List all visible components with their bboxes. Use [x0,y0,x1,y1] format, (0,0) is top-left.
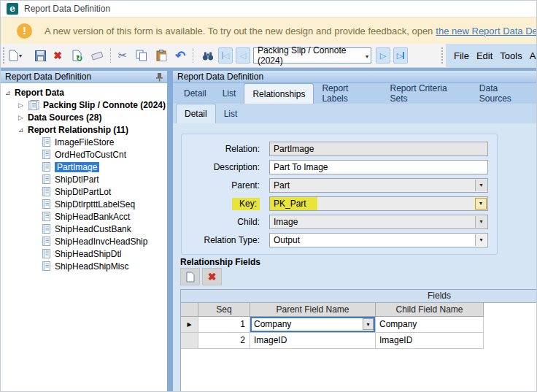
add-field-button[interactable] [180,268,200,285]
menu-tools[interactable]: Tools [496,50,525,61]
tree-node-label: ImageFileStore [55,137,114,147]
panel-splitter[interactable] [167,71,173,392]
seq-cell[interactable]: 2 [198,333,250,349]
collapsed-icon[interactable]: ▷ [18,114,28,121]
tree-node-label: ShipHeadBankAcct [55,212,130,222]
expanded-icon[interactable]: ⊿ [5,89,15,96]
child-dropdown-icon[interactable]: ▾ [475,216,487,228]
tree-node-report-data[interactable]: ⊿ Report Data [1,86,167,99]
save-button[interactable] [31,47,49,64]
paste-icon [156,50,167,61]
child-combo[interactable]: Image ▾ [269,215,488,229]
tree-node-relationship[interactable]: ShipHeadShipMisc [1,260,167,272]
current-row-indicator-icon: ▶ [181,317,198,333]
menu-bar: File Edit Tools Actions [446,44,537,67]
seq-column-header[interactable]: Seq [198,303,250,317]
relationship-icon [42,261,51,271]
child-field-cell[interactable]: ImageID [376,333,484,349]
seq-cell[interactable]: 1 [198,317,250,333]
delete-button[interactable]: ✖ [49,47,66,64]
menu-file[interactable]: File [450,50,473,61]
key-dropdown-icon[interactable]: ▾ [475,198,487,210]
row-indicator-header [181,303,198,317]
sub-tab-strip: Detail List [173,104,537,123]
parent-field-cell[interactable]: ImageID [250,333,376,349]
delete-field-button[interactable]: ✖ [202,268,222,285]
cell-dropdown-icon[interactable]: ▾ [363,318,374,330]
tree-node-relationship-selected[interactable]: PartImage [1,161,167,173]
first-record-button[interactable]: ◁ [218,47,233,64]
tree-node-relationship[interactable]: ImageFileStore [1,136,167,148]
row-indicator-cell [181,333,198,349]
previous-record-button[interactable]: ◁ [236,47,250,64]
cut-button[interactable]: ✂ [114,47,131,64]
menu-edit[interactable]: Edit [473,50,496,61]
new-form-link[interactable]: the new Report Data Definition [436,26,537,36]
relation-type-combo[interactable]: Output ▾ [269,233,488,247]
parent-field-value: Company [254,319,291,329]
relationship-icon [42,162,51,172]
key-combo[interactable]: PK_Part ▾ [269,196,488,211]
copy-button[interactable] [133,47,150,64]
search-button[interactable] [199,47,217,64]
tree-node-data-sources[interactable]: ▷ Data Sources (28) [1,111,167,123]
record-selector-caret-icon[interactable]: ▾ [366,53,368,60]
child-field-column-header[interactable]: Child Field Name [376,303,484,317]
paste-button[interactable] [152,47,170,64]
tree-node-relationship[interactable]: ShipDtlPartLot [1,185,167,198]
tree-node-report-relationship[interactable]: ⊿ Report Relationship (11) [1,123,167,136]
menubar-gripper[interactable] [441,47,444,64]
relationship-fields-title: Relationship Fields [180,257,260,267]
expanded-icon[interactable]: ⊿ [18,126,28,134]
tab-label: Report Labels [322,83,374,104]
grid-group-header: Fields [181,290,537,303]
tree-node-relationship[interactable]: ShipHeadShipDtl [1,247,167,260]
menu-actions[interactable]: Actions [526,50,537,61]
parent-dropdown-icon[interactable]: ▾ [475,180,487,191]
pin-icon[interactable] [155,72,163,82]
refresh-button[interactable]: ↻ [68,47,85,64]
last-record-bar-icon [403,52,404,59]
tab-data-sources[interactable]: Data Sources [471,83,537,104]
tab-relationships[interactable]: Relationships [244,83,314,104]
last-record-button[interactable]: ▷ [393,47,408,64]
child-field-cell[interactable]: Company [376,317,484,333]
new-button[interactable]: ▾ [7,47,24,64]
tree-node-relationship[interactable]: OrdHedToCustCnt [1,148,167,161]
tab-label: Detail [185,109,207,119]
parent-field-cell-active[interactable]: Company ▾ [250,317,376,333]
record-selector-combo[interactable]: Packing Slip / Connote (2024) ▾ [253,47,371,64]
tab-list[interactable]: List [215,83,244,104]
relation-field: PartImage [269,142,488,156]
undo-button[interactable]: ↶ [171,47,189,64]
next-record-button[interactable]: ▷ [376,47,390,64]
tab-report-labels[interactable]: Report Labels [314,83,382,104]
collapsed-icon[interactable]: ▷ [18,101,28,109]
tab-report-criteria-sets[interactable]: Report Criteria Sets [382,83,471,104]
tree-node-packing-slip[interactable]: ▷ Packing Slip / Connote (2024) [1,99,167,111]
detail-panel-header: Report Data Definition [173,71,537,83]
clear-button[interactable] [88,47,106,64]
next-record-arrow-icon: ▷ [380,51,386,61]
tree-node-relationship[interactable]: ShipHeadBankAcct [1,210,167,223]
subtab-list[interactable]: List [216,104,246,123]
toolbar-gripper[interactable] [3,47,5,64]
parent-field-column-header[interactable]: Parent Field Name [250,303,376,317]
relation-type-dropdown-icon[interactable]: ▾ [475,234,487,246]
relationship-icon [42,224,51,234]
tree-node-label-selected: PartImage [55,162,99,172]
subtab-detail[interactable]: Detail [176,104,216,123]
relationship-icon [42,199,51,209]
tree-node-label: ShipHeadShipDtl [55,249,121,259]
tab-detail[interactable]: Detail [176,83,215,104]
description-field[interactable]: Part To Image [269,160,488,174]
delete-icon: ✖ [53,50,62,61]
tree-node-relationship[interactable]: ShipHeadInvcHeadShip [1,235,167,247]
tree-node-relationship[interactable]: ShipHeadCustBank [1,223,167,235]
tree-node-relationship[interactable]: ShipDtlrptttLabelSeq [1,198,167,210]
refresh-arrows-icon: ↻ [76,55,82,63]
parent-combo[interactable]: Part ▾ [269,178,488,193]
tree-node-relationship[interactable]: ShipDtlPart [1,173,167,185]
parent-value: Part [274,180,290,191]
new-dropdown-caret-icon[interactable]: ▾ [19,53,22,59]
